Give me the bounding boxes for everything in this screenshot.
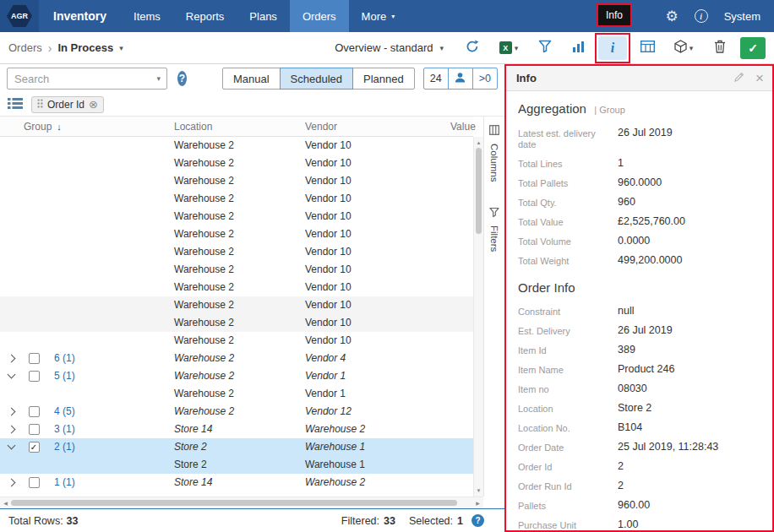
table-row[interactable]: Warehouse 2Vendor 10 bbox=[0, 314, 473, 332]
group-link[interactable]: 1 (1) bbox=[54, 474, 171, 491]
view-dropdown[interactable]: Overview - standard ▾ bbox=[335, 41, 444, 54]
chevron-down-icon[interactable]: ▾ bbox=[150, 74, 166, 83]
table-group-row[interactable]: 3 (1)Store 14Warehouse 2 bbox=[0, 421, 473, 438]
group-chip-label: Order Id bbox=[47, 99, 84, 111]
breadcrumb-orders-link[interactable]: Orders bbox=[8, 41, 42, 54]
help-icon[interactable]: ? bbox=[471, 514, 484, 527]
excel-export-button[interactable]: X ▾ bbox=[493, 36, 525, 60]
scroll-right-icon[interactable]: ▶ bbox=[472, 497, 483, 508]
segment-planned[interactable]: Planned bbox=[352, 68, 415, 90]
cell-expander bbox=[0, 332, 22, 350]
column-header-value[interactable]: Value bbox=[447, 121, 476, 133]
row-checkbox[interactable] bbox=[29, 406, 40, 417]
horizontal-scrollbar-thumb[interactable] bbox=[11, 500, 457, 506]
grid-view-button[interactable] bbox=[635, 36, 660, 60]
nav-item-more[interactable]: More▾ bbox=[349, 0, 408, 32]
column-header-group[interactable]: Group ↓ bbox=[0, 121, 171, 133]
nav-item-orders[interactable]: Orders bbox=[290, 0, 349, 32]
collapse-row-icon[interactable] bbox=[7, 371, 15, 379]
scroll-down-icon[interactable]: ▼ bbox=[474, 486, 483, 496]
column-header-location[interactable]: Location bbox=[171, 121, 302, 133]
agr-logo[interactable]: AGR bbox=[0, 0, 39, 32]
nav-item-system[interactable]: System bbox=[724, 10, 760, 23]
table-row[interactable]: Warehouse 2Vendor 10 bbox=[0, 243, 473, 261]
group-link[interactable]: 3 (1) bbox=[54, 421, 171, 438]
remove-chip-icon[interactable]: ⊗ bbox=[89, 99, 98, 110]
info-toggle-button[interactable]: i bbox=[598, 36, 627, 60]
group-link[interactable]: 4 (5) bbox=[54, 403, 171, 421]
collapse-row-icon[interactable] bbox=[7, 442, 15, 450]
orders-grid: Group ↓ Location Vendor Value Warehouse … bbox=[0, 117, 504, 508]
cell-location: Warehouse 2 bbox=[171, 172, 302, 190]
group-chip-order-id[interactable]: Order Id ⊗ bbox=[31, 96, 104, 113]
vertical-scrollbar[interactable]: ▲ ▼ bbox=[473, 137, 483, 497]
expand-row-icon[interactable] bbox=[7, 426, 15, 434]
quick-filter-user-button[interactable] bbox=[448, 68, 473, 90]
table-row[interactable]: Warehouse 2Vendor 10 bbox=[0, 225, 473, 243]
info-field: Total Value£2,525,760.00 bbox=[518, 215, 766, 228]
row-checkbox[interactable] bbox=[29, 424, 40, 435]
group-link[interactable]: 5 (1) bbox=[54, 367, 171, 385]
package-button[interactable]: ▾ bbox=[668, 36, 700, 60]
search-input[interactable] bbox=[8, 72, 150, 86]
table-row[interactable]: Warehouse 2Vendor 10 bbox=[0, 208, 473, 225]
table-group-row[interactable]: 1 (1)Store 14Warehouse 2 bbox=[0, 474, 473, 491]
table-row[interactable]: Warehouse 2Vendor 10 bbox=[0, 137, 473, 155]
group-link[interactable]: 6 (1) bbox=[54, 350, 171, 367]
refresh-button[interactable] bbox=[460, 36, 485, 60]
nav-item-reports[interactable]: Reports bbox=[173, 0, 237, 32]
table-row[interactable]: Store 2Warehouse 1 bbox=[0, 456, 473, 474]
quick-filter-24-button[interactable]: 24 bbox=[423, 68, 449, 90]
nav-item-plans[interactable]: Plans bbox=[237, 0, 290, 32]
table-group-row[interactable]: 5 (1)Warehouse 2Vendor 1 bbox=[0, 367, 473, 385]
scroll-left-icon[interactable]: ◀ bbox=[0, 497, 11, 508]
segment-manual[interactable]: Manual bbox=[222, 68, 281, 90]
info-field-label: Constraint bbox=[518, 305, 618, 318]
table-row[interactable]: Warehouse 2Vendor 1 bbox=[0, 385, 473, 403]
row-checkbox[interactable]: ✓ bbox=[29, 442, 40, 453]
gear-icon[interactable]: ⚙ bbox=[665, 9, 678, 24]
chart-button[interactable] bbox=[565, 36, 591, 60]
cell-location: Warehouse 2 bbox=[171, 190, 302, 208]
table-row[interactable]: Warehouse 2Vendor 10 bbox=[0, 279, 473, 296]
row-checkbox[interactable] bbox=[29, 353, 40, 364]
table-row[interactable]: Warehouse 2Vendor 10 bbox=[0, 261, 473, 279]
cell-expander bbox=[0, 314, 22, 332]
info-circle-icon[interactable]: i bbox=[695, 9, 708, 23]
expand-row-icon[interactable] bbox=[7, 479, 15, 487]
filter-button[interactable] bbox=[532, 36, 558, 60]
help-icon[interactable]: ? bbox=[177, 71, 187, 86]
table-row[interactable]: Warehouse 2Vendor 10 bbox=[0, 332, 473, 350]
edit-icon[interactable] bbox=[733, 71, 745, 86]
table-row[interactable]: Warehouse 2Vendor 10 bbox=[0, 190, 473, 208]
tab-columns[interactable]: Columns bbox=[489, 123, 499, 182]
expand-row-icon[interactable] bbox=[7, 355, 15, 363]
nav-item-items[interactable]: Items bbox=[121, 0, 173, 32]
table-row[interactable]: Warehouse 2Vendor 10 bbox=[0, 172, 473, 190]
column-header-vendor[interactable]: Vendor bbox=[302, 121, 447, 133]
row-checkbox[interactable] bbox=[29, 477, 40, 488]
close-icon[interactable]: × bbox=[755, 71, 764, 85]
table-group-row[interactable]: 4 (5)Warehouse 2Vendor 12 bbox=[0, 403, 473, 421]
table-row[interactable]: Warehouse 2Vendor 10 bbox=[0, 155, 473, 172]
row-checkbox[interactable] bbox=[29, 371, 40, 382]
group-link[interactable]: 2 (1) bbox=[54, 438, 171, 456]
table-row[interactable]: Warehouse 2Vendor 10 bbox=[0, 296, 473, 314]
delete-button[interactable] bbox=[707, 36, 733, 60]
vertical-scrollbar-thumb[interactable] bbox=[476, 148, 482, 234]
nav-brand-inventory[interactable]: Inventory bbox=[39, 0, 121, 32]
scroll-up-icon[interactable]: ▲ bbox=[474, 138, 483, 148]
segment-scheduled[interactable]: Scheduled bbox=[280, 68, 353, 90]
confirm-button[interactable]: ✓ bbox=[740, 37, 766, 59]
breadcrumb-current[interactable]: In Process bbox=[57, 41, 113, 54]
cell-expander bbox=[0, 438, 22, 456]
table-group-row[interactable]: ✓2 (1)Store 2Warehouse 1 bbox=[0, 438, 473, 456]
info-field-value: Store 2 bbox=[618, 402, 651, 415]
horizontal-scrollbar[interactable]: ◀ ▶ bbox=[0, 497, 483, 508]
tab-filters[interactable]: Filters bbox=[489, 205, 499, 252]
table-group-row[interactable]: 6 (1)Warehouse 2Vendor 4 bbox=[0, 350, 473, 367]
expand-row-icon[interactable] bbox=[7, 408, 15, 416]
cell-group: 2 (1) bbox=[46, 438, 171, 456]
quick-filter-gt0-button[interactable]: >0 bbox=[472, 68, 498, 90]
group-panel-icon[interactable] bbox=[8, 97, 23, 112]
